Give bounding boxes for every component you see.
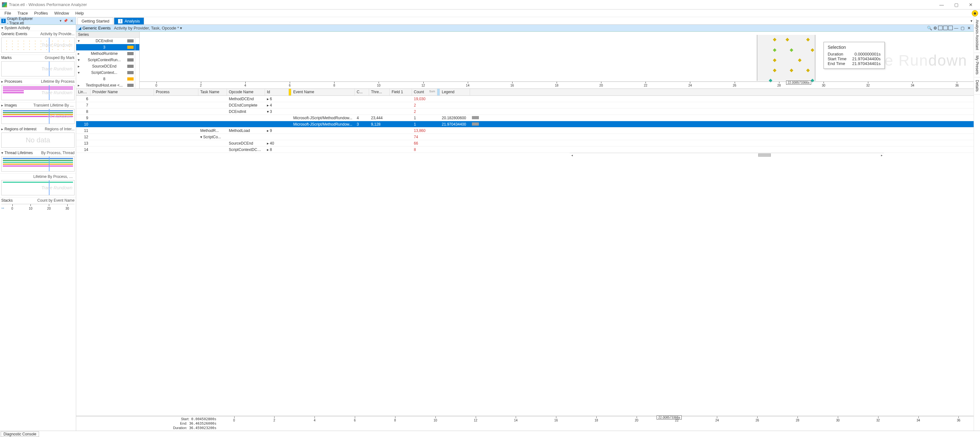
- minimize-button[interactable]: —: [934, 0, 949, 10]
- thumb-generic-events[interactable]: Trace Rundown: [1, 37, 75, 53]
- series-scroll[interactable]: [135, 82, 139, 89]
- view-mode-1-icon[interactable]: [938, 26, 943, 30]
- table-row[interactable]: 8DCEndInit▾ 32: [76, 108, 974, 115]
- column-header[interactable]: Task Name: [198, 89, 227, 95]
- graph-explorer-tab[interactable]: 1 Graph Explorer - Trace.etl ▾ 📌 ✕: [0, 17, 76, 25]
- window-close-icon[interactable]: ✕: [966, 26, 972, 30]
- tab-analysis-assistant[interactable]: Analysis Assistant: [974, 17, 980, 53]
- pin-icon[interactable]: 📌: [62, 19, 69, 23]
- diagnostic-console-button[interactable]: Diagnostic Console: [1, 431, 39, 437]
- series-scroll[interactable]: [135, 70, 139, 76]
- column-header[interactable]: [289, 89, 291, 95]
- menu-trace[interactable]: Trace: [14, 10, 31, 16]
- series-scroll[interactable]: [135, 44, 139, 51]
- tab-my-presets[interactable]: My Presets: [974, 53, 980, 78]
- bottom-ruler-canvas[interactable]: 22.008573366s 02468101214161820222426283…: [219, 416, 974, 431]
- ruler-cursor[interactable]: 22.008573366s: [786, 81, 811, 85]
- tab-details[interactable]: Details: [974, 78, 980, 95]
- search-icon[interactable]: 🔍: [927, 26, 932, 30]
- expand-icon[interactable]: ▸: [76, 83, 81, 87]
- column-header[interactable]: Id: [265, 89, 289, 95]
- column-header[interactable]: Legend: [440, 89, 470, 95]
- section-processes[interactable]: Processes: [5, 79, 41, 84]
- column-header[interactable]: Opcode Name: [227, 89, 265, 95]
- series-row[interactable]: ▾ScriptContextRun...: [76, 57, 139, 63]
- thumb-regions[interactable]: No data: [1, 133, 75, 148]
- dropdown-icon[interactable]: ▾: [180, 26, 182, 30]
- series-scroll[interactable]: [135, 57, 139, 63]
- thumb-images[interactable]: ce Rundown: [1, 109, 75, 124]
- column-header[interactable]: Line #: [76, 89, 91, 95]
- menu-profiles[interactable]: Profiles: [31, 10, 51, 16]
- section-system-activity[interactable]: System Activity: [5, 26, 75, 30]
- tabs-dropdown-icon[interactable]: ▾: [969, 17, 974, 24]
- gear-icon[interactable]: ⚙: [932, 26, 938, 30]
- column-header[interactable]: Event Name: [291, 89, 355, 95]
- tab-getting-started[interactable]: Getting Started: [78, 17, 113, 24]
- expand-icon[interactable]: ▾: [76, 70, 81, 75]
- series-row[interactable]: ▾DCEndInit: [76, 38, 139, 44]
- horizontal-scrollbar[interactable]: ◂ ▸: [570, 153, 884, 157]
- series-row[interactable]: 8: [76, 76, 139, 82]
- thumb-thread[interactable]: [1, 156, 75, 171]
- expand-icon[interactable]: ▸: [76, 64, 81, 68]
- series-row[interactable]: 3: [76, 44, 139, 51]
- double-arrow-icon[interactable]: ↔: [1, 206, 5, 210]
- view-mode-3-icon[interactable]: [948, 26, 953, 30]
- scroll-thumb[interactable]: [758, 154, 771, 157]
- selection-region[interactable]: [757, 35, 815, 81]
- table-row[interactable]: 7DCEndComplete▸ 42: [76, 102, 974, 108]
- column-header[interactable]: Thre...: [369, 89, 390, 95]
- dropdown-icon[interactable]: ▾: [59, 19, 62, 23]
- chart-canvas[interactable]: Trace Rundown Selection Duration0.00: [140, 32, 974, 89]
- window-max-icon[interactable]: ▢: [960, 26, 966, 30]
- series-scroll[interactable]: [135, 63, 139, 70]
- section-regions[interactable]: Regions of Interest: [5, 127, 45, 131]
- table-row[interactable]: 10Microsoft-JScript/MethodRundow...39,12…: [76, 121, 974, 127]
- series-row[interactable]: ▸MethodRuntime: [76, 51, 139, 57]
- window-min-icon[interactable]: —: [953, 26, 959, 30]
- menu-file[interactable]: File: [1, 10, 14, 16]
- section-images[interactable]: Images: [5, 103, 33, 108]
- sidebar-ruler[interactable]: ↔ 0 10 20 30: [1, 204, 75, 213]
- table-row[interactable]: 9Microsoft-JScript/MethodRundow...423,44…: [76, 115, 974, 121]
- column-header[interactable]: Process: [154, 89, 198, 95]
- section-lifetime[interactable]: Lifetime By Process, Thread: [33, 174, 75, 179]
- column-header[interactable]: Field 1: [390, 89, 412, 95]
- thumb-processes[interactable]: Trace Rundown: [1, 85, 75, 100]
- collapse-icon[interactable]: ◢: [78, 26, 81, 30]
- series-scroll[interactable]: [135, 38, 139, 44]
- view-mode-2-icon[interactable]: [943, 26, 948, 30]
- table-row[interactable]: 11MethodR...MethodLoad▸ 913,860: [76, 127, 974, 134]
- series-row[interactable]: ▾ScriptContext...: [76, 70, 139, 76]
- series-scroll[interactable]: [135, 76, 139, 82]
- series-row[interactable]: ▸SourceDCEnd: [76, 63, 139, 70]
- ge-subtitle[interactable]: Activity by Provider, Task, Opcode * ▾: [114, 26, 927, 30]
- chart-ruler[interactable]: 22.008573366s 02468101214161820222426283…: [140, 81, 974, 89]
- close-panel-icon[interactable]: ✕: [69, 19, 75, 23]
- menu-window[interactable]: Window: [51, 10, 72, 16]
- expand-icon[interactable]: ▾: [76, 58, 81, 62]
- scroll-left-icon[interactable]: ◂: [570, 153, 574, 157]
- thumb-marks[interactable]: Trace Rundown: [1, 61, 75, 76]
- table-row[interactable]: 14ScriptContextDCE...▸ 88: [76, 147, 974, 153]
- table-row[interactable]: 6MethodDCEnd▸ 619,030: [76, 96, 974, 102]
- menu-help[interactable]: Help: [72, 10, 87, 16]
- section-marks[interactable]: Marks: [1, 55, 45, 60]
- column-header[interactable]: Provider Name: [91, 89, 154, 95]
- expand-icon[interactable]: ▸: [76, 51, 81, 56]
- column-header[interactable]: Count Sum: [412, 89, 438, 95]
- tab-analysis[interactable]: 1Analysis: [114, 17, 144, 24]
- column-header[interactable]: C...: [355, 89, 369, 95]
- section-stacks[interactable]: Stacks: [1, 198, 37, 203]
- maximize-button[interactable]: ▢: [949, 0, 964, 10]
- scroll-right-icon[interactable]: ▸: [880, 153, 884, 157]
- section-thread-lifetimes[interactable]: Thread Lifetimes: [5, 150, 41, 155]
- close-button[interactable]: ✕: [964, 0, 978, 10]
- feedback-icon[interactable]: ☻: [972, 10, 978, 16]
- series-scroll[interactable]: [135, 51, 139, 57]
- series-row[interactable]: ▸TextInputHost.exe <...: [76, 82, 139, 89]
- table-row[interactable]: 13SourceDCEnd▸ 4066: [76, 140, 974, 147]
- thumb-lifetime[interactable]: Trace Rundown: [1, 180, 75, 195]
- expand-icon[interactable]: ▾: [76, 39, 81, 43]
